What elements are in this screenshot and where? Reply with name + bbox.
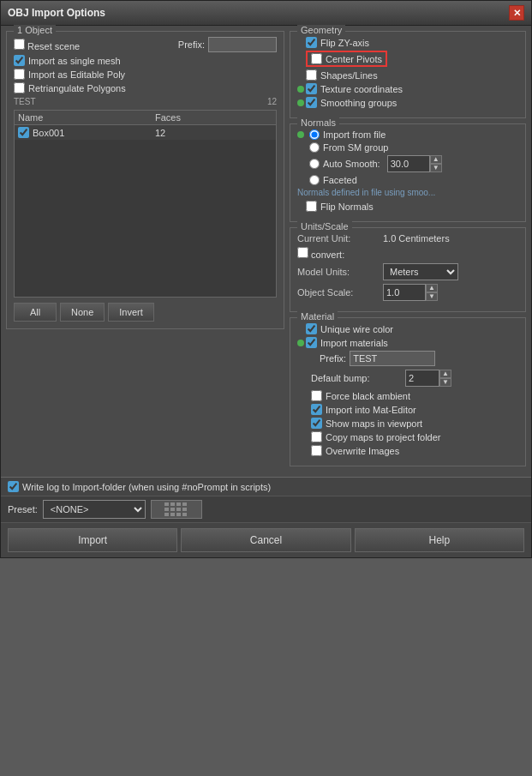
- default-bump-down[interactable]: ▼: [439, 378, 451, 387]
- preset-icons: [151, 500, 202, 519]
- force-black-checkbox[interactable]: [311, 390, 322, 401]
- import-single-label[interactable]: Import as single mesh: [14, 55, 121, 66]
- help-button[interactable]: Help: [355, 528, 524, 552]
- import-button[interactable]: Import: [8, 528, 177, 552]
- faces-header: Faces: [155, 112, 272, 123]
- invert-button[interactable]: Invert: [108, 303, 154, 322]
- center-pivots-checkbox[interactable]: [311, 53, 322, 64]
- faceted-radio[interactable]: [309, 175, 320, 185]
- center-pivots-indicator: [297, 56, 304, 63]
- import-from-file-radio[interactable]: [309, 129, 320, 140]
- overwrite-images-row: Overwrite Images: [311, 445, 518, 456]
- model-units-select[interactable]: Meters Centimeters Millimeters Inches Fe…: [383, 263, 458, 280]
- force-black-label[interactable]: Force black ambient: [311, 390, 410, 401]
- shapes-lines-row: Shapes/Lines: [297, 69, 518, 81]
- material-group: Material Unique wire color Import materi…: [290, 317, 526, 466]
- import-materials-label[interactable]: Import materials: [306, 337, 388, 348]
- import-editable-checkbox[interactable]: [14, 69, 25, 80]
- import-mat-editor-checkbox[interactable]: [311, 404, 322, 415]
- center-pivots-label[interactable]: Center Pivots: [306, 51, 387, 67]
- from-sm-indicator: [297, 144, 304, 151]
- current-unit-row: Current Unit: 1.0 Centimeters: [297, 233, 518, 244]
- auto-smooth-down[interactable]: ▼: [430, 164, 442, 172]
- auto-smooth-spinner-btns: ▲ ▼: [430, 155, 442, 172]
- show-maps-row: Show maps in viewport: [311, 418, 518, 429]
- auto-smooth-up[interactable]: ▲: [430, 155, 442, 164]
- preset-grid-icon[interactable]: [151, 500, 202, 519]
- model-units-row: Model Units: Meters Centimeters Millimet…: [297, 263, 518, 280]
- auto-smooth-indicator: [297, 160, 304, 167]
- flip-normals-checkbox[interactable]: [306, 201, 317, 212]
- geometry-title: Geometry: [297, 25, 345, 35]
- preset-select[interactable]: <NONE>: [43, 500, 146, 519]
- normals-group: Normals Import from file From SM group A…: [290, 123, 526, 222]
- texture-coords-indicator: [297, 86, 304, 93]
- import-mat-editor-label[interactable]: Import into Mat-Editor: [311, 404, 416, 415]
- cancel-button[interactable]: Cancel: [181, 528, 350, 552]
- import-single-checkbox[interactable]: [14, 55, 25, 66]
- import-editable-label[interactable]: Import as Editable Poly: [14, 69, 125, 80]
- convert-row: convert:: [297, 247, 518, 260]
- mat-prefix-input[interactable]: [350, 351, 435, 366]
- none-button[interactable]: None: [60, 303, 105, 322]
- retriangulate-checkbox[interactable]: [14, 82, 25, 93]
- center-pivots-row: Center Pivots: [297, 51, 518, 67]
- show-maps-label[interactable]: Show maps in viewport: [311, 418, 422, 429]
- object-scale-down[interactable]: ▼: [426, 292, 438, 301]
- copy-maps-label[interactable]: Copy maps to project folder: [311, 431, 441, 442]
- unique-wire-label[interactable]: Unique wire color: [306, 323, 393, 334]
- shapes-lines-label[interactable]: Shapes/Lines: [306, 69, 378, 81]
- flip-normals-label[interactable]: Flip Normals: [306, 201, 374, 212]
- import-single-row: Import as single mesh: [14, 55, 277, 66]
- reset-scene-checkbox[interactable]: [14, 39, 25, 50]
- all-button[interactable]: All: [14, 303, 57, 322]
- default-bump-up[interactable]: ▲: [439, 370, 451, 378]
- smoothing-groups-checkbox[interactable]: [306, 97, 317, 108]
- object-table: Name Faces Box001 12: [14, 110, 277, 298]
- object-scale-spinner: ▲ ▼: [383, 284, 438, 301]
- default-bump-spinner-btns: ▲ ▼: [439, 370, 451, 387]
- row-checkbox[interactable]: [18, 127, 29, 138]
- import-buttons-row: Import Cancel Help: [1, 523, 531, 557]
- import-materials-checkbox[interactable]: [306, 337, 317, 348]
- smoothing-groups-label[interactable]: Smoothing groups: [306, 97, 397, 108]
- normals-title: Normals: [297, 117, 339, 128]
- flip-zy-checkbox[interactable]: [306, 37, 317, 48]
- right-panel: Geometry Flip ZY-axis Center Pivots: [290, 31, 526, 472]
- from-sm-radio[interactable]: [309, 142, 320, 153]
- obj-import-dialog: OBJ Import Options ✕ 1 Object Reset scen…: [0, 0, 532, 558]
- material-title: Material: [297, 311, 338, 322]
- overwrite-images-checkbox[interactable]: [311, 445, 322, 456]
- from-sm-group-row: From SM group: [297, 142, 518, 153]
- auto-smooth-input[interactable]: [387, 155, 430, 172]
- reset-scene-label[interactable]: Reset scene: [14, 39, 80, 51]
- default-bump-input[interactable]: [405, 370, 439, 387]
- close-button[interactable]: ✕: [509, 5, 524, 21]
- dialog-content: 1 Object Reset scene Prefix: Impo: [1, 26, 531, 477]
- left-panel: 1 Object Reset scene Prefix: Impo: [6, 31, 284, 472]
- preset-row: Preset: <NONE>: [1, 496, 531, 523]
- table-row[interactable]: Box001 12: [15, 125, 276, 140]
- texture-coords-label[interactable]: Texture coordinates: [306, 83, 403, 94]
- overwrite-images-label[interactable]: Overwrite Images: [311, 445, 399, 456]
- convert-label[interactable]: convert:: [297, 247, 344, 260]
- texture-coords-checkbox[interactable]: [306, 83, 317, 94]
- write-log-label[interactable]: Write log to Import-folder (when using #…: [8, 481, 271, 492]
- flip-zy-row: Flip ZY-axis: [297, 37, 518, 48]
- flip-normals-row: Flip Normals: [297, 201, 518, 212]
- prefix-input[interactable]: [208, 37, 277, 52]
- object-scale-input[interactable]: [383, 284, 426, 301]
- copy-maps-checkbox[interactable]: [311, 431, 322, 442]
- mat-prefix-indicator: [311, 355, 318, 362]
- flip-zy-label[interactable]: Flip ZY-axis: [306, 37, 369, 48]
- unique-wire-checkbox[interactable]: [306, 323, 317, 334]
- shapes-lines-checkbox[interactable]: [306, 69, 317, 81]
- table-body: Box001 12: [15, 125, 276, 297]
- auto-smooth-radio[interactable]: [309, 159, 320, 169]
- convert-checkbox[interactable]: [297, 247, 308, 258]
- auto-smooth-spinner: ▲ ▼: [387, 155, 442, 172]
- object-scale-up[interactable]: ▲: [426, 284, 438, 292]
- show-maps-checkbox[interactable]: [311, 418, 322, 429]
- retriangulate-label[interactable]: Retriangulate Polygons: [14, 82, 126, 93]
- write-log-checkbox[interactable]: [8, 481, 19, 492]
